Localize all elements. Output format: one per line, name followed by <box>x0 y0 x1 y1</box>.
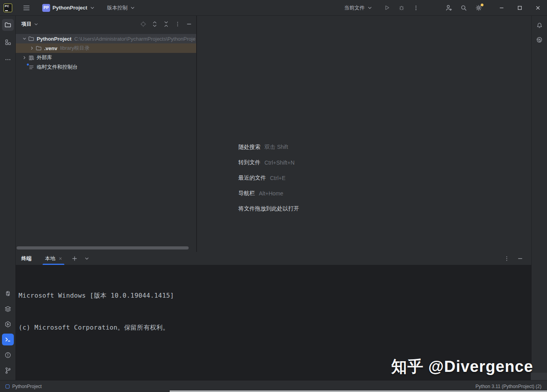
locate-file-icon[interactable] <box>140 21 146 27</box>
terminal-line: (c) Microsoft Corporation。保留所有权利。 <box>19 322 531 333</box>
run-icon[interactable] <box>384 4 390 11</box>
collapse-all-icon[interactable] <box>163 21 169 27</box>
titlebar: PC PP PythonProject 版本控制 当前文件 <box>0 0 547 16</box>
tree-row-venv[interactable]: .venv library根目录 <box>16 43 196 53</box>
tab-close-icon[interactable]: × <box>59 256 62 261</box>
tree-item-label: .venv <box>44 45 57 51</box>
close-button[interactable] <box>529 0 547 16</box>
chevron-down-icon[interactable] <box>21 36 28 41</box>
ai-assistant-icon[interactable] <box>534 34 545 46</box>
tree-row-external-libraries[interactable]: 外部库 <box>16 53 196 62</box>
terminal-tab-dropdown-icon[interactable] <box>84 256 90 261</box>
run-anything-icon[interactable] <box>2 318 14 330</box>
editor-empty-area: 随处搜索 双击 Shift 转到文件 Ctrl+Shift+N 最近的文件 Ct… <box>197 16 531 252</box>
hide-terminal-icon[interactable] <box>517 255 523 262</box>
expand-all-icon[interactable] <box>152 21 158 27</box>
right-toolwindow-stripe <box>531 16 547 380</box>
folder-icon <box>35 45 42 51</box>
chevron-down-icon <box>130 5 135 11</box>
editor-shortcut-hints: 随处搜索 双击 Shift 转到文件 Ctrl+Shift+N 最近的文件 Ct… <box>238 139 303 216</box>
left-toolwindow-stripe <box>0 16 16 380</box>
terminal-tab-local[interactable]: 本地 × <box>42 252 65 265</box>
terminal-panel-title[interactable]: 终端 <box>16 255 32 262</box>
terminal-panel: 终端 本地 × Microsoft Windows [版本 10.0.19044… <box>16 252 531 380</box>
hide-panel-icon[interactable] <box>186 21 192 27</box>
tree-item-label: 外部库 <box>37 54 52 61</box>
shortcut-hint: 导航栏 Alt+Home <box>238 186 303 201</box>
project-panel-header: 项目 <box>16 16 196 32</box>
new-terminal-tab-icon[interactable] <box>71 255 78 262</box>
structure-toolwindow-icon[interactable] <box>2 36 14 48</box>
tree-row-scratches[interactable]: 临时文件和控制台 <box>16 62 196 72</box>
code-with-me-icon[interactable] <box>445 4 452 11</box>
project-toolwindow-icon[interactable] <box>2 19 14 31</box>
minimize-button[interactable] <box>493 0 511 16</box>
terminal-toolwindow-icon[interactable] <box>2 334 14 345</box>
pycharm-logo: PC <box>4 4 12 12</box>
search-everywhere-icon[interactable] <box>460 4 467 11</box>
horizontal-scrollbar[interactable] <box>17 246 189 249</box>
services-layers-icon[interactable] <box>2 303 14 315</box>
terminal-header: 终端 本地 × <box>16 252 531 265</box>
project-name: PythonProject <box>52 5 87 11</box>
chevron-down-icon <box>367 5 373 11</box>
tree-item-label: 临时文件和控制台 <box>37 64 78 71</box>
project-panel: 项目 PythonProject C:\Users\Administrator\… <box>16 16 197 252</box>
project-badge: PP <box>42 4 50 12</box>
vcs-label: 版本控制 <box>107 4 127 11</box>
git-toolwindow-icon[interactable] <box>2 364 14 376</box>
statusbar-project-widget[interactable]: PythonProject <box>6 384 42 389</box>
shortcut-hint: 将文件拖放到此处以打开 <box>238 201 303 216</box>
debug-icon[interactable] <box>398 4 405 11</box>
shortcut-hint: 最近的文件 Ctrl+E <box>238 170 303 186</box>
settings-notification-dot <box>481 4 483 6</box>
run-configuration-selector[interactable]: 当前文件 <box>341 3 376 13</box>
statusbar-interpreter-widget[interactable]: Python 3.11 (PythonProject) (2) <box>476 384 541 389</box>
project-selector[interactable]: PP PythonProject <box>39 2 98 13</box>
folder-icon <box>28 36 35 42</box>
vcs-menu[interactable]: 版本控制 <box>104 3 139 13</box>
notifications-bell-icon[interactable] <box>534 19 545 31</box>
chevron-right-icon[interactable] <box>29 46 35 51</box>
terminal-options-icon[interactable] <box>504 255 510 262</box>
more-actions-icon[interactable] <box>413 5 419 11</box>
tree-item-suffix: library根目录 <box>60 45 89 52</box>
main-menu-icon[interactable] <box>20 2 33 14</box>
terminal-line: Microsoft Windows [版本 10.0.19044.1415] <box>19 290 531 301</box>
chevron-right-icon[interactable] <box>21 55 28 60</box>
run-configuration-label: 当前文件 <box>344 4 365 11</box>
project-widget-icon <box>6 384 9 388</box>
maximize-button[interactable] <box>511 0 529 16</box>
statusbar-project-label: PythonProject <box>12 384 42 389</box>
chevron-down-icon <box>34 22 39 27</box>
project-panel-title[interactable]: 项目 <box>21 21 32 28</box>
shortcut-hint: 转到文件 Ctrl+Shift+N <box>238 155 303 170</box>
scratches-icon <box>28 64 35 70</box>
tree-item-path: C:\Users\Administrator\PycharmProjects\P… <box>74 36 195 42</box>
terminal-output[interactable]: Microsoft Windows [版本 10.0.19044.1415] (… <box>16 265 531 392</box>
tree-row-project-root[interactable]: PythonProject C:\Users\Administrator\Pyc… <box>16 34 196 43</box>
panel-options-icon[interactable] <box>174 21 181 27</box>
python-packages-icon[interactable] <box>2 287 14 299</box>
settings-gear-icon[interactable] <box>475 4 482 11</box>
project-tree: PythonProject C:\Users\Administrator\Pyc… <box>16 32 196 72</box>
bottom-strip <box>170 390 547 392</box>
tree-item-label: PythonProject <box>37 36 71 42</box>
shortcut-hint: 随处搜索 双击 Shift <box>238 139 303 155</box>
more-toolwindows-icon[interactable] <box>2 54 14 66</box>
library-icon <box>28 55 35 61</box>
problems-toolwindow-icon[interactable] <box>2 349 14 361</box>
chevron-down-icon <box>90 5 95 11</box>
